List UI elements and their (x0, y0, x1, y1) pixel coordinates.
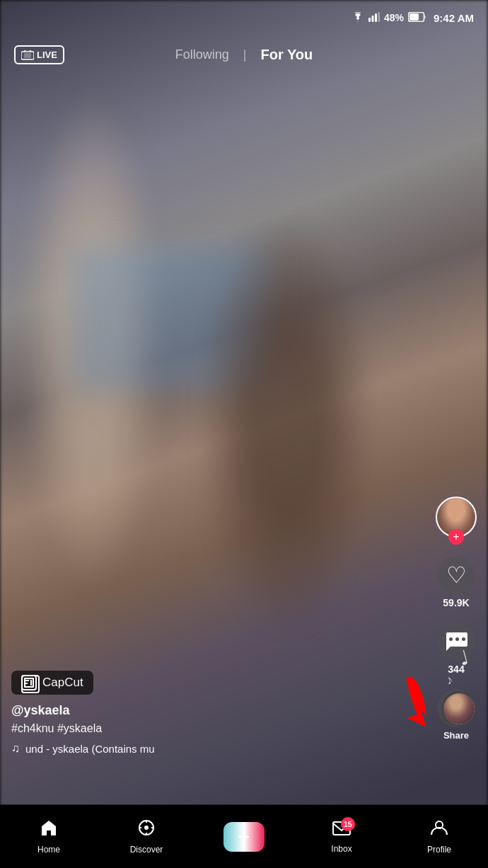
plus-icon: + (238, 826, 250, 848)
svg-rect-3 (378, 12, 380, 22)
time-display: 9:42 AM (434, 12, 474, 24)
inbox-icon-wrap: 15 (332, 820, 351, 841)
like-count: 59.9K (443, 597, 469, 608)
svg-rect-1 (372, 16, 374, 22)
tv-icon (21, 50, 34, 60)
svg-rect-16 (24, 680, 29, 681)
creator-username[interactable]: @yskaela (11, 703, 424, 718)
heart-icon: ♡ (446, 564, 467, 586)
svg-rect-5 (409, 13, 419, 21)
status-bar: 48% 9:42 AM (0, 0, 488, 35)
nav-discover[interactable]: Discover (98, 818, 195, 855)
home-icon (40, 818, 58, 842)
live-badge[interactable]: LIVE (14, 45, 64, 64)
nav-tabs: Following | For You (175, 47, 313, 63)
wifi-icon (352, 12, 364, 24)
nav-inbox[interactable]: 15 Inbox (293, 820, 390, 854)
svg-rect-7 (24, 53, 31, 58)
svg-rect-15 (22, 676, 36, 690)
bottom-navigation: Home Discover + 15 I (0, 804, 488, 868)
like-button[interactable]: ♡ (437, 556, 475, 594)
like-action: ♡ 59.9K (437, 556, 475, 608)
svg-point-21 (144, 826, 149, 830)
nav-divider: | (243, 47, 247, 62)
create-button[interactable]: + (223, 822, 265, 852)
nav-create[interactable]: + (195, 822, 293, 852)
tab-following[interactable]: Following (175, 47, 229, 62)
nav-profile[interactable]: Profile (390, 818, 488, 855)
status-icons: 48% 9:42 AM (352, 12, 474, 24)
capcut-icon (21, 675, 37, 690)
discover-icon (137, 818, 156, 842)
battery-icon (408, 12, 426, 24)
capcut-badge[interactable]: CapCut (11, 671, 93, 695)
svg-rect-0 (368, 18, 371, 22)
top-navigation: LIVE Following | For You (0, 35, 488, 74)
tab-for-you[interactable]: For You (261, 47, 313, 63)
music-note-icon: ♫ (11, 742, 20, 755)
battery-percent: 48% (384, 12, 404, 23)
svg-rect-17 (24, 683, 28, 684)
signal-icon (368, 12, 380, 24)
share-label: Share (443, 730, 469, 741)
svg-rect-2 (375, 13, 377, 22)
home-label: Home (37, 845, 60, 855)
nav-home[interactable]: Home (0, 818, 98, 855)
capcut-label: CapCut (42, 676, 83, 690)
comment-button[interactable] (437, 623, 475, 661)
profile-label: Profile (427, 845, 451, 855)
video-hashtags[interactable]: #ch4knu #yskaela (11, 722, 424, 735)
song-info[interactable]: ♫ und - yskaela (Contains mu (11, 742, 424, 755)
follow-button[interactable]: + (448, 529, 464, 545)
live-label: LIVE (37, 50, 57, 60)
song-name: und - yskaela (Contains mu (25, 743, 155, 755)
svg-rect-19 (33, 680, 34, 685)
discover-label: Discover (130, 845, 163, 855)
profile-icon (430, 818, 448, 842)
video-info: CapCut @yskaela #ch4knu #yskaela ♫ und -… (11, 671, 424, 755)
inbox-badge: 15 (341, 817, 355, 831)
scene-element-3 (198, 212, 375, 637)
creator-avatar[interactable]: + (436, 497, 477, 538)
inbox-label: Inbox (331, 844, 352, 854)
svg-rect-18 (30, 680, 32, 685)
